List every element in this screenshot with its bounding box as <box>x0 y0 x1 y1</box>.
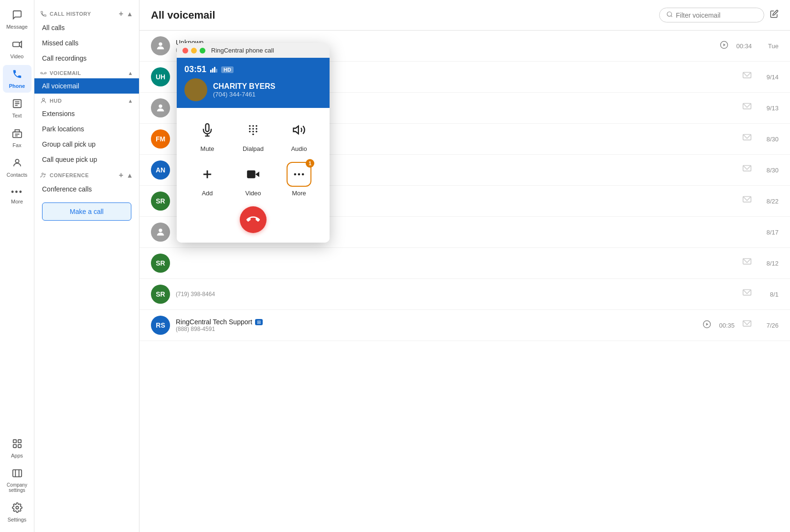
sidebar-item-conference-calls[interactable]: Conference calls <box>34 181 139 197</box>
avatar: FM <box>151 129 170 149</box>
add-button[interactable]: Add <box>195 162 220 197</box>
svg-point-20 <box>44 174 45 175</box>
add-conference-icon[interactable]: + <box>119 171 124 180</box>
avatar: RS <box>151 316 170 335</box>
sidebar: CALL HISTORY + ▲ All calls Missed calls … <box>34 0 139 532</box>
section-header-call-history: CALL HISTORY + ▲ <box>34 6 139 20</box>
svg-point-42 <box>256 125 257 127</box>
avatar <box>151 223 170 242</box>
play-icon[interactable] <box>720 41 728 51</box>
call-popup: RingCentral phone call 03:51 HD CHARITY … <box>177 43 330 243</box>
caller-name: CHARITY BYERS <box>213 82 275 91</box>
nav-item-company-settings[interactable]: Company settings <box>3 464 32 497</box>
vm-duration: 00:35 <box>719 322 735 329</box>
nav-item-video[interactable]: Video <box>3 35 32 63</box>
audio-label: Audio <box>291 145 307 152</box>
popup-titlebar: RingCentral phone call <box>177 43 330 58</box>
icon-nav: Message Video Phone Text <box>0 0 34 532</box>
svg-point-48 <box>256 131 257 133</box>
vm-date: 8/30 <box>759 136 779 143</box>
message-icon <box>742 319 752 331</box>
voicemail-item[interactable]: RS RingCentral Tech Support ⊞ (888) 898-… <box>139 310 790 341</box>
edit-icon[interactable] <box>770 10 779 21</box>
add-call-history-icon[interactable]: + <box>119 10 124 18</box>
maximize-window-button[interactable] <box>200 48 205 53</box>
svg-point-21 <box>667 12 672 16</box>
video-icon <box>12 39 22 52</box>
sidebar-item-park-locations[interactable]: Park locations <box>34 121 139 137</box>
svg-rect-0 <box>12 42 19 46</box>
svg-rect-13 <box>12 470 21 477</box>
vm-date: 8/30 <box>759 167 779 174</box>
avatar <box>151 36 170 55</box>
message-icon <box>742 257 752 269</box>
nav-label-more: More <box>11 199 23 204</box>
video-label: Video <box>245 190 261 197</box>
nav-item-more[interactable]: ••• More <box>3 183 32 208</box>
audio-button[interactable]: Audio <box>287 117 311 152</box>
filter-voicemail-input[interactable] <box>676 11 757 19</box>
nav-item-message[interactable]: Message <box>3 6 32 33</box>
nav-label-text: Text <box>12 113 21 118</box>
svg-point-47 <box>252 131 254 133</box>
section-header-hud: HUD ▲ <box>34 94 139 106</box>
popup-controls: Mute Dialpad Audio <box>177 108 330 243</box>
hangup-button[interactable] <box>240 206 267 233</box>
minimize-window-button[interactable] <box>191 48 197 53</box>
sidebar-item-group-call-pickup[interactable]: Group call pick up <box>34 137 139 152</box>
nav-item-phone[interactable]: Phone <box>3 65 32 93</box>
section-header-conference: CONFERENCE + ▲ <box>34 167 139 181</box>
mute-label: Mute <box>201 145 214 152</box>
nav-item-settings[interactable]: Settings <box>3 499 32 526</box>
sidebar-item-call-recordings[interactable]: Call recordings <box>34 51 139 66</box>
svg-point-27 <box>159 105 162 108</box>
svg-point-32 <box>159 229 162 232</box>
sidebar-item-extensions[interactable]: Extensions <box>34 106 139 121</box>
section-header-voicemail: VOICEMAIL ▲ <box>34 66 139 78</box>
collapse-conference-icon[interactable]: ▲ <box>127 171 133 179</box>
popup-window-title: RingCentral phone call <box>211 47 274 54</box>
nav-label-apps: Apps <box>11 453 23 458</box>
message-icon <box>742 133 752 145</box>
svg-point-18 <box>43 98 45 101</box>
voicemail-item[interactable]: SR 8/12 <box>139 248 790 279</box>
more-button[interactable]: 1 More <box>287 162 311 197</box>
vm-phone: (719) 398-8464 <box>176 291 737 298</box>
nav-label-phone: Phone <box>9 83 25 89</box>
nav-label-settings: Settings <box>8 517 27 522</box>
svg-point-41 <box>252 125 254 127</box>
play-icon[interactable] <box>703 320 711 330</box>
svg-point-14 <box>16 506 19 509</box>
collapse-call-history-icon[interactable]: ▲ <box>127 10 133 18</box>
message-icon <box>742 102 752 114</box>
avatar: SR <box>151 254 170 273</box>
nav-label-company-settings: Company settings <box>5 482 30 493</box>
nav-item-fax[interactable]: Fax <box>3 124 32 152</box>
close-window-button[interactable] <box>182 48 188 53</box>
caller-avatar <box>184 78 207 101</box>
sidebar-item-all-calls[interactable]: All calls <box>34 20 139 35</box>
collapse-hud-icon[interactable]: ▲ <box>128 98 133 104</box>
sidebar-item-all-voicemail[interactable]: All voicemail <box>34 78 139 94</box>
voicemail-item[interactable]: SR (719) 398-8464 8/1 <box>139 279 790 310</box>
collapse-voicemail-icon[interactable]: ▲ <box>128 70 133 76</box>
svg-point-49 <box>252 134 254 136</box>
svg-point-46 <box>249 131 251 133</box>
signal-bars <box>210 67 217 73</box>
sidebar-item-call-queue-pickup[interactable]: Call queue pick up <box>34 152 139 167</box>
svg-line-22 <box>671 16 673 17</box>
filter-voicemail-wrap[interactable] <box>659 8 764 22</box>
svg-point-54 <box>294 173 297 176</box>
avatar: SR <box>151 192 170 211</box>
nav-item-apps[interactable]: Apps <box>3 435 32 462</box>
message-icon <box>742 71 752 83</box>
dialpad-button[interactable]: Dialpad <box>241 117 266 152</box>
avatar: SR <box>151 285 170 304</box>
mute-button[interactable]: Mute <box>195 117 220 152</box>
nav-item-text[interactable]: Text <box>3 95 32 122</box>
video-button[interactable]: Video <box>241 162 266 197</box>
more-label: More <box>292 190 306 197</box>
nav-item-contacts[interactable]: Contacts <box>3 154 32 181</box>
make-call-button[interactable]: Make a call <box>42 202 131 221</box>
sidebar-item-missed-calls[interactable]: Missed calls <box>34 35 139 51</box>
